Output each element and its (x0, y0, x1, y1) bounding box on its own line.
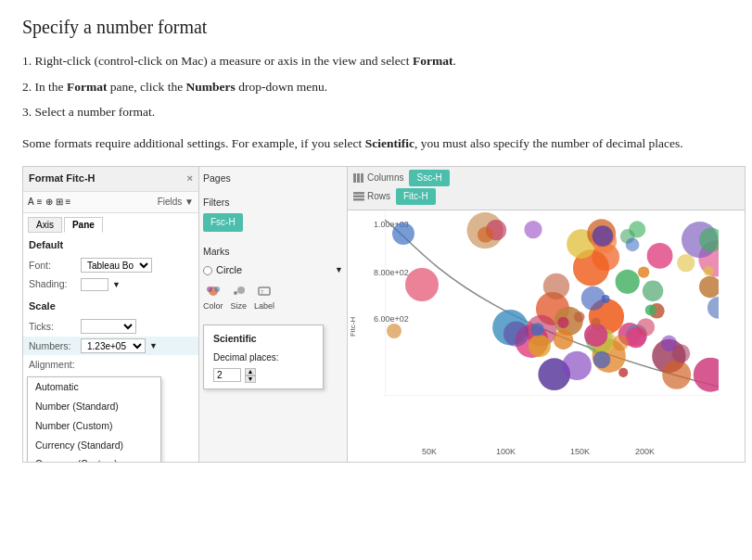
svg-rect-11 (353, 196, 364, 198)
scale-section: Scale (23, 294, 198, 317)
ssc-h-chip[interactable]: Ssc-H (409, 170, 449, 186)
x-tick-4: 200K (635, 445, 655, 458)
numbers-select[interactable]: 1.23e+05 (81, 338, 146, 353)
svg-point-1 (207, 286, 212, 292)
filters-label: Filters (203, 195, 343, 210)
label-icon: T (257, 285, 272, 298)
circle-radio (203, 266, 212, 275)
fitc-h-chip[interactable]: Fitc-H (396, 188, 436, 205)
decimal-input[interactable] (213, 368, 241, 382)
scientific-title: Scientific (213, 331, 313, 347)
chart-area: Columns Ssc-H Rows Fitc-H (348, 167, 745, 462)
font-select[interactable]: Tableau Bo (81, 258, 152, 273)
ticks-select[interactable] (81, 319, 136, 334)
shelf-area: Columns Ssc-H Rows Fitc-H (348, 167, 745, 210)
svg-rect-8 (357, 173, 360, 183)
tab-pane[interactable]: Pane (64, 217, 103, 233)
svg-rect-10 (353, 192, 364, 195)
x-tick-1: 50K (422, 445, 437, 458)
svg-rect-7 (353, 173, 356, 183)
step-1: 1. Right-click (control-click on Mac) a … (22, 51, 730, 71)
ui-screenshot: Format Fitc-H × A ≡ ⊕ ⊞ ≡ Fields ▼ Axis … (22, 166, 746, 463)
spin-up[interactable]: ▲ (245, 368, 256, 375)
marks-icons-row: Color Size T Label (203, 283, 343, 314)
rows-icon (353, 192, 364, 201)
decimal-label: Decimal places: (213, 350, 313, 365)
numbers-row: Numbers: 1.23e+05 ▼ (23, 337, 198, 356)
marks-type-label[interactable]: Circle (216, 262, 242, 279)
format-pane-title: Format Fitc-H (29, 171, 96, 187)
columns-label: Columns (353, 171, 403, 185)
fields-dropdown[interactable]: Fields ▼ (158, 195, 194, 210)
shading-row: Shading: ▼ (23, 274, 198, 294)
svg-point-3 (234, 291, 237, 295)
color-icon (206, 285, 221, 298)
dd-currency-custom[interactable]: Currency (Custom) (28, 454, 160, 462)
marks-color[interactable]: Color (203, 285, 223, 312)
rows-label: Rows (353, 189, 390, 204)
format-pane-header: Format Fitc-H × (23, 167, 198, 192)
y-axis-label: Fitc-H (349, 317, 361, 337)
dropdown-list: Automatic Number (Standard) Number (Cust… (27, 376, 161, 462)
step-3: 3. Select a number format. (22, 102, 730, 122)
default-section: Default (23, 233, 198, 256)
bubble-chart (385, 210, 719, 396)
svg-point-2 (214, 286, 220, 292)
marks-label: Marks (203, 244, 343, 260)
numbers-dropdown: Automatic Number (Standard) Number (Cust… (27, 376, 198, 462)
marks-section: Marks Circle ▼ Color (203, 244, 343, 315)
font-row: Font: Tableau Bo (23, 256, 198, 275)
middle-pane: Pages Filters Fsc-H Marks Circle ▼ (199, 167, 348, 462)
svg-point-4 (237, 286, 245, 294)
step-2: 2. In the Format pane, click the Numbers… (22, 77, 730, 97)
spin-down[interactable]: ▼ (245, 375, 256, 383)
marks-size[interactable]: Size (231, 285, 248, 312)
decimal-row: ▲ ▼ (213, 368, 313, 383)
pages-label: Pages (203, 171, 343, 186)
dd-number-custom[interactable]: Number (Custom) (28, 416, 160, 436)
filters-section: Filters Fsc-H (203, 195, 343, 235)
marks-label[interactable]: T Label (254, 285, 274, 312)
close-icon[interactable]: × (187, 171, 193, 187)
columns-row: Columns Ssc-H (353, 170, 739, 186)
scientific-popup: Scientific Decimal places: ▲ ▼ (203, 325, 324, 389)
tabs-row: Axis Pane (23, 213, 198, 233)
shading-color[interactable] (81, 278, 108, 291)
alignment-row: Alignment: (23, 355, 198, 375)
fsc-h-chip[interactable]: Fsc-H (203, 213, 243, 232)
format-pane-icons: A ≡ ⊕ ⊞ ≡ Fields ▼ (23, 192, 198, 213)
pages-section: Pages (203, 171, 343, 189)
note: Some formats require additional settings… (22, 134, 730, 154)
format-pane: Format Fitc-H × A ≡ ⊕ ⊞ ≡ Fields ▼ Axis … (23, 167, 199, 462)
x-tick-2: 100K (496, 445, 516, 458)
tab-axis[interactable]: Axis (28, 217, 62, 233)
dd-currency-standard[interactable]: Currency (Standard) (28, 436, 160, 455)
spin-buttons: ▲ ▼ (245, 368, 256, 383)
dd-automatic[interactable]: Automatic (28, 377, 160, 397)
svg-rect-9 (361, 173, 363, 183)
ticks-row: Ticks: (23, 317, 198, 337)
x-tick-3: 150K (570, 445, 590, 458)
svg-text:T: T (261, 289, 264, 295)
size-icon (231, 285, 246, 298)
rows-row: Rows Fitc-H (353, 188, 739, 205)
marks-type-row: Circle ▼ (203, 262, 343, 279)
svg-rect-12 (353, 198, 364, 201)
dd-number-standard[interactable]: Number (Standard) (28, 397, 160, 416)
page-title: Specify a number format (22, 17, 730, 38)
columns-icon (353, 173, 364, 183)
chart-canvas: 1.00e+03 8.00e+02 6.00e+02 Fitc-H 50K 10… (348, 210, 745, 462)
